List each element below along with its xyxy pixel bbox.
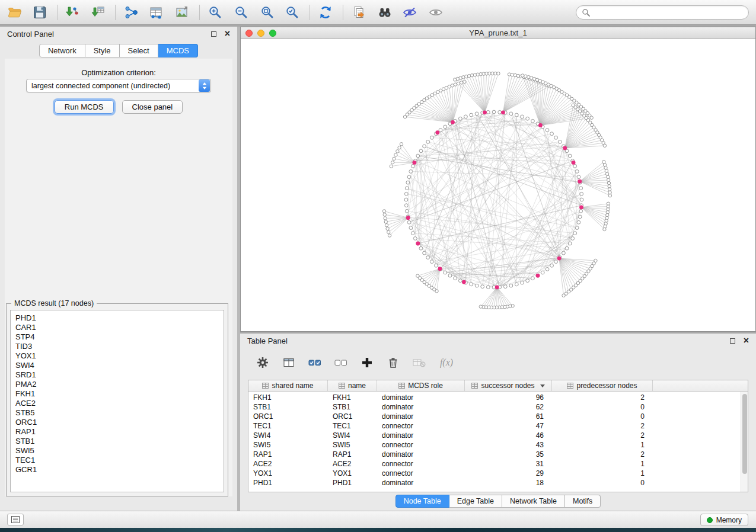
refresh-button[interactable]: [317, 4, 334, 21]
table-row[interactable]: TEC1TEC1connector472: [248, 421, 741, 431]
table-scrollbar[interactable]: [741, 392, 748, 492]
toolbar-separator: [310, 5, 310, 20]
tab-node-table[interactable]: Node Table: [395, 495, 449, 508]
search-field[interactable]: [576, 5, 749, 20]
table-cell: dominator: [377, 478, 465, 488]
table-cell: 29: [465, 469, 552, 478]
tab-network-table[interactable]: Network Table: [502, 495, 565, 508]
save-icon: [32, 5, 47, 20]
columns-icon: [282, 356, 295, 369]
mcds-result-item[interactable]: CAR1: [15, 323, 219, 332]
save-session-button[interactable]: [31, 4, 49, 21]
table-row[interactable]: FKH1FKH1dominator962: [248, 393, 741, 402]
open-file-button[interactable]: [6, 4, 24, 21]
tab-select[interactable]: Select: [120, 44, 158, 57]
network-window-titlebar[interactable]: YPA_prune.txt_1: [241, 27, 755, 39]
network-canvas[interactable]: [241, 39, 755, 331]
table-settings-button[interactable]: [254, 354, 271, 371]
column-header-mcds-role[interactable]: MCDS role: [377, 380, 465, 391]
mcds-result-item[interactable]: STB1: [15, 437, 219, 446]
mcds-result-item[interactable]: YOX1: [15, 351, 219, 361]
mcds-tab-content: Optimization criterion: largest connecte…: [5, 59, 232, 496]
delete-column-button[interactable]: [385, 354, 401, 371]
column-header-name[interactable]: name: [328, 380, 377, 391]
zoom-selected-button[interactable]: [283, 4, 301, 21]
mcds-result-item[interactable]: TEC1: [15, 456, 219, 465]
close-panel-icon[interactable]: ×: [744, 338, 749, 344]
tab-edge-table[interactable]: Edge Table: [449, 495, 502, 508]
close-panel-button[interactable]: Close panel: [122, 100, 183, 114]
select-all-button[interactable]: [307, 354, 323, 371]
close-panel-icon[interactable]: ×: [225, 31, 230, 37]
mcds-result-list[interactable]: PHD1CAR1STP4TID3YOX1SWI4SRD1PMA2FKH1ACE2…: [10, 310, 224, 492]
table-row[interactable]: ORC1ORC1dominator610: [248, 412, 741, 421]
mcds-result-groupbox: MCDS result (17 nodes) PHD1CAR1STP4TID3Y…: [6, 303, 228, 496]
tab-style[interactable]: Style: [85, 44, 120, 57]
column-header-shared-name[interactable]: shared name: [248, 380, 328, 391]
zoom-fit-button[interactable]: [259, 4, 276, 21]
table-cell: 2: [552, 421, 653, 431]
close-window-icon[interactable]: [245, 30, 253, 37]
column-label: shared name: [272, 382, 313, 390]
table-cell: SWI4: [248, 431, 328, 440]
table-row[interactable]: SWI4SWI4dominator462: [248, 431, 741, 440]
find-button[interactable]: [376, 4, 394, 21]
table-panel: Table Panel ×: [240, 334, 756, 511]
mcds-result-item[interactable]: RAP1: [15, 427, 219, 437]
hide-selected-button[interactable]: [401, 4, 419, 21]
table-row[interactable]: RAP1RAP1dominator352: [248, 450, 741, 459]
search-input[interactable]: [593, 7, 748, 18]
float-window-icon[interactable]: [211, 31, 216, 37]
mcds-result-item[interactable]: SRD1: [15, 370, 219, 380]
mcds-result-item[interactable]: GCR1: [15, 465, 219, 475]
mcds-result-item[interactable]: ACE2: [15, 399, 219, 408]
gear-icon: [256, 356, 269, 369]
run-mcds-button[interactable]: Run MCDS: [55, 100, 114, 114]
zoom-selected-icon: [285, 5, 300, 20]
memory-status-button[interactable]: Memory: [700, 514, 748, 526]
add-icon: [361, 356, 374, 369]
minimize-window-icon[interactable]: [257, 30, 264, 37]
criterion-dropdown[interactable]: largest connected component (undirected): [26, 79, 211, 92]
create-column-button[interactable]: [359, 354, 375, 371]
show-columns-button[interactable]: [280, 354, 297, 371]
zoom-out-icon: [234, 5, 249, 20]
table-row[interactable]: YOX1YOX1connector291: [248, 469, 741, 478]
network-table-button[interactable]: [147, 4, 165, 21]
column-header-successor-nodes[interactable]: successor nodes: [465, 380, 552, 391]
tab-network[interactable]: Network: [39, 44, 85, 57]
mcds-result-item[interactable]: FKH1: [15, 389, 219, 399]
mcds-result-item[interactable]: ORC1: [15, 418, 219, 427]
column-header-predecessor-nodes[interactable]: predecessor nodes: [552, 380, 653, 391]
tab-motifs[interactable]: Motifs: [565, 495, 601, 508]
panel-toggle-button[interactable]: [7, 514, 24, 525]
mcds-result-item[interactable]: SWI5: [15, 446, 219, 456]
show-all-button[interactable]: [427, 4, 445, 21]
mcds-result-item[interactable]: TID3: [15, 342, 219, 351]
table-row[interactable]: SWI5SWI5connector431: [248, 440, 741, 450]
new-network-button[interactable]: [122, 4, 140, 21]
table-row[interactable]: ACE2ACE2connector311: [248, 459, 741, 469]
maximize-window-icon[interactable]: [269, 30, 276, 37]
table-cell: 61: [465, 412, 552, 421]
mcds-result-item[interactable]: STB5: [15, 408, 219, 418]
mcds-result-item[interactable]: STP4: [15, 332, 219, 342]
table-cell: PHD1: [248, 478, 328, 488]
export-image-button[interactable]: [173, 4, 191, 21]
float-window-icon[interactable]: [730, 338, 735, 344]
zoom-out-button[interactable]: [232, 4, 250, 21]
mcds-result-item[interactable]: PMA2: [15, 380, 219, 389]
mcds-result-item[interactable]: SWI4: [15, 361, 219, 370]
control-panel-title: Control Panel: [7, 30, 54, 39]
table-panel-tabs: Node Table Edge Table Network Table Moti…: [240, 495, 756, 508]
deselect-all-button[interactable]: [333, 354, 349, 371]
scrollbar-thumb[interactable]: [742, 394, 747, 474]
zoom-in-button[interactable]: [206, 4, 224, 21]
tab-mcds[interactable]: MCDS: [158, 44, 198, 57]
import-network-button[interactable]: [63, 4, 81, 21]
import-table-button[interactable]: [89, 4, 107, 21]
table-row[interactable]: STB1STB1dominator620: [248, 402, 741, 412]
table-row[interactable]: PHD1PHD1dominator180: [248, 478, 741, 488]
mcds-result-item[interactable]: PHD1: [15, 313, 219, 323]
clone-network-button[interactable]: [350, 4, 368, 21]
